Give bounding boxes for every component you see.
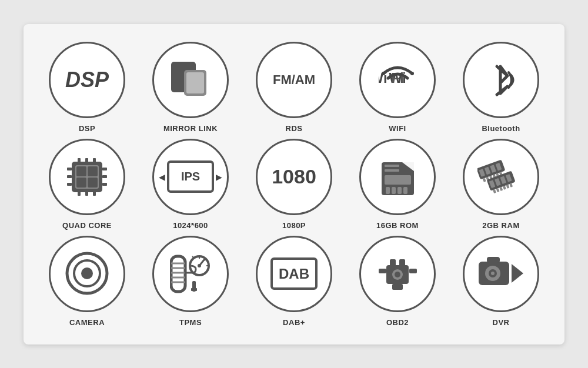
- svg-rect-2: [186, 72, 204, 93]
- bluetooth-circle: [463, 42, 539, 118]
- svg-point-67: [198, 264, 201, 267]
- bluetooth-label: Bluetooth: [482, 124, 520, 133]
- svg-rect-52: [499, 187, 503, 191]
- fmam-icon: FM/AM: [273, 72, 315, 88]
- feature-ips: ◀ IPS ▶ 1024*600: [143, 139, 238, 230]
- ips-circle: ◀ IPS ▶: [152, 139, 229, 215]
- svg-point-58: [81, 267, 93, 279]
- 1080p-label: 1080P: [282, 221, 306, 230]
- dvr-circle: [463, 236, 539, 312]
- tpms-label: TPMS: [179, 318, 202, 327]
- obd2-label: OBD2: [386, 318, 409, 327]
- wifi-icon: Wi Wi Fi: [379, 61, 417, 99]
- svg-rect-55: [509, 183, 513, 188]
- dvr-icon: [477, 255, 524, 293]
- dab-icon: DAB: [270, 257, 318, 290]
- 16gb-rom-label: 16GB ROM: [376, 221, 419, 230]
- svg-rect-50: [493, 189, 496, 193]
- dsp-circle: DSP: [49, 42, 125, 118]
- svg-rect-18: [93, 191, 96, 196]
- feature-16gb-rom: 16GB ROM: [350, 139, 445, 230]
- features-row-1: DSP DSP MIRROR LINK FM/AM RDS: [35, 42, 553, 133]
- feature-2gb-ram: 2GB RAM: [454, 139, 548, 230]
- svg-rect-14: [85, 158, 88, 163]
- svg-rect-10: [88, 166, 98, 176]
- svg-rect-23: [102, 175, 107, 178]
- svg-rect-29: [397, 187, 402, 194]
- svg-rect-17: [85, 191, 88, 196]
- feature-mirror-link: MIRROR LINK: [143, 42, 238, 133]
- svg-rect-78: [409, 269, 417, 273]
- svg-rect-32: [385, 169, 399, 172]
- svg-rect-11: [76, 178, 86, 188]
- 2gb-ram-label: 2GB RAM: [482, 221, 519, 230]
- svg-rect-75: [390, 259, 396, 266]
- svg-point-81: [395, 272, 400, 277]
- svg-rect-19: [67, 168, 72, 170]
- svg-rect-87: [487, 257, 500, 263]
- features-row-3: CAMERA: [35, 236, 553, 327]
- svg-rect-27: [386, 187, 390, 194]
- feature-rds: FM/AM RDS: [247, 42, 341, 133]
- svg-rect-20: [67, 175, 72, 178]
- sd-card-icon: [379, 156, 417, 198]
- svg-rect-54: [506, 185, 510, 189]
- svg-rect-51: [496, 188, 500, 192]
- obd2-icon: [376, 253, 420, 295]
- features-row-2: QUAD CORE ◀ IPS ▶ 1024*600 1080 1080P: [35, 139, 553, 230]
- svg-rect-21: [67, 183, 72, 186]
- ram-icon: [477, 158, 524, 196]
- svg-rect-13: [78, 158, 81, 163]
- svg-rect-31: [385, 165, 399, 167]
- camera-icon: [65, 252, 109, 296]
- feature-wifi: Wi Wi Fi WIFI: [350, 42, 445, 133]
- svg-rect-30: [403, 187, 407, 194]
- 1080p-circle: 1080: [256, 139, 332, 215]
- mirror-link-icon: [170, 61, 211, 99]
- tpms-circle: [152, 236, 229, 312]
- dsp-label: DSP: [79, 124, 95, 133]
- feature-dvr: DVR: [454, 236, 548, 327]
- svg-rect-16: [78, 191, 81, 196]
- dvr-label: DVR: [493, 318, 510, 327]
- svg-point-5: [382, 72, 385, 75]
- mirror-link-label: MIRROR LINK: [163, 124, 218, 133]
- obd2-circle: [359, 236, 436, 312]
- svg-rect-79: [392, 284, 403, 290]
- svg-rect-39: [483, 178, 486, 182]
- feature-camera: CAMERA: [40, 236, 134, 327]
- feature-dab: DAB DAB+: [247, 236, 341, 327]
- 2gb-ram-circle: [463, 139, 539, 215]
- svg-rect-24: [102, 183, 107, 186]
- svg-rect-73: [191, 288, 197, 291]
- svg-point-6: [410, 72, 414, 75]
- wifi-label: WIFI: [389, 124, 406, 133]
- quad-core-icon: [66, 157, 108, 197]
- svg-point-86: [491, 272, 495, 275]
- svg-rect-77: [379, 269, 386, 273]
- svg-marker-88: [512, 264, 523, 283]
- feature-bluetooth: Bluetooth: [454, 42, 548, 133]
- camera-circle: [49, 236, 125, 312]
- feature-1080p: 1080 1080P: [247, 139, 341, 230]
- svg-rect-33: [385, 175, 411, 185]
- 16gb-rom-circle: [359, 139, 436, 215]
- svg-rect-53: [503, 186, 506, 190]
- feature-quad-core: QUAD CORE: [40, 139, 134, 230]
- svg-rect-9: [76, 166, 86, 176]
- svg-rect-22: [102, 168, 107, 170]
- features-card: DSP DSP MIRROR LINK FM/AM RDS: [24, 24, 564, 344]
- tpms-icon: [170, 252, 211, 296]
- rds-label: RDS: [286, 124, 303, 133]
- rds-circle: FM/AM: [256, 42, 332, 118]
- camera-label: CAMERA: [69, 318, 105, 327]
- dsp-icon: DSP: [65, 68, 109, 92]
- svg-rect-76: [399, 259, 405, 266]
- svg-rect-28: [392, 187, 396, 194]
- wifi-circle: Wi Wi Fi: [359, 42, 436, 118]
- feature-tpms: TPMS: [143, 236, 238, 327]
- feature-dsp: DSP DSP: [40, 42, 134, 133]
- ips-label: 1024*600: [173, 221, 208, 230]
- 1080p-icon: 1080: [272, 165, 316, 188]
- ips-icon: ◀ IPS ▶: [167, 160, 214, 193]
